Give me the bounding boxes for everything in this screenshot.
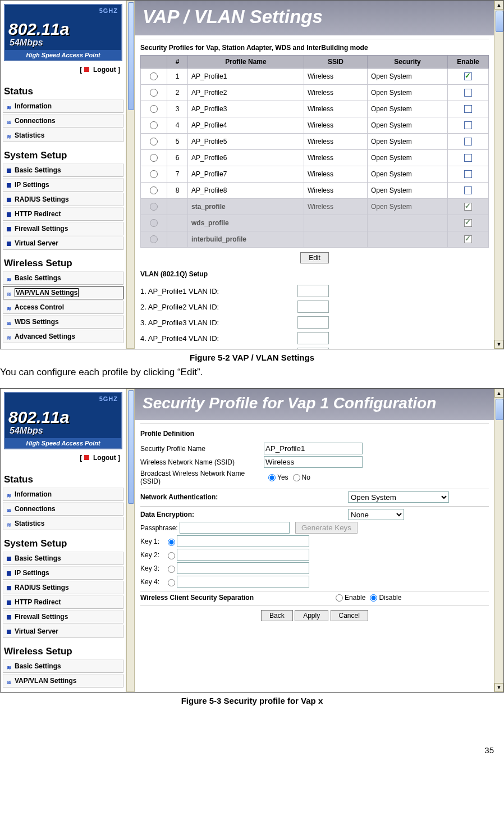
enable-checkbox[interactable]	[464, 72, 472, 80]
key-select-radio[interactable]	[168, 539, 175, 546]
key-label: Key 3:	[140, 564, 165, 572]
sidebar-item-http-redirect[interactable]: HTTP Redirect	[3, 595, 123, 609]
apply-button[interactable]: Apply	[295, 610, 328, 621]
enable-checkbox[interactable]	[464, 138, 472, 145]
sidebar-item-radius-settings[interactable]: RADIUS Settings	[3, 581, 123, 594]
generate-keys-button[interactable]: Generate Keys	[295, 522, 358, 534]
sidebar-item-ip-settings[interactable]: IP Settings	[3, 566, 123, 580]
sidebar-item-advanced[interactable]: ≋Advanced Settings	[3, 330, 123, 343]
sidebar-item-wds-settings[interactable]: ≋WDS Settings	[3, 315, 123, 329]
label-client-separation: Wireless Client Security Separation	[140, 594, 331, 602]
key-label: Key 1:	[140, 538, 165, 545]
square-icon	[7, 227, 11, 231]
row-select-radio[interactable]	[150, 186, 158, 194]
edit-button[interactable]: Edit	[300, 252, 329, 263]
sidebar-item-connections[interactable]: ≋Connections	[3, 114, 123, 128]
scroll-down-icon[interactable]: ▼	[494, 340, 503, 349]
key-input[interactable]	[177, 535, 309, 547]
row-number: 8	[167, 183, 188, 199]
vlan-id-input[interactable]	[297, 332, 329, 344]
sidebar-item-virtual-server[interactable]: Virtual Server	[3, 625, 123, 638]
sidebar-item-firewall[interactable]: Firewall Settings	[3, 610, 123, 623]
enable-checkbox[interactable]	[464, 89, 472, 97]
row-select-radio[interactable]	[150, 170, 158, 178]
sidebar-item-vap-vlan[interactable]: ≋VAP/VLAN Settings	[3, 286, 123, 299]
enable-checkbox[interactable]	[464, 105, 472, 113]
logout-link[interactable]: Logout ]	[93, 66, 120, 74]
passphrase-input[interactable]	[180, 522, 290, 534]
row-select-radio[interactable]	[150, 121, 158, 129]
back-button[interactable]: Back	[261, 610, 293, 621]
network-auth-select[interactable]: Open System	[348, 491, 449, 503]
key-label: Key 4:	[140, 578, 165, 586]
security-profile-name-input[interactable]	[264, 443, 363, 454]
vlan-id-input[interactable]	[297, 316, 329, 329]
scrollbar-outer[interactable]: ▲ ▼	[494, 1, 503, 349]
key-input[interactable]	[177, 549, 309, 561]
ssid-input[interactable]	[264, 456, 363, 468]
enable-checkbox[interactable]	[464, 170, 472, 178]
row-select-radio[interactable]	[150, 89, 158, 97]
logout-link[interactable]: Logout ]	[93, 454, 120, 462]
enable-checkbox[interactable]	[464, 154, 472, 162]
row-select-radio[interactable]	[150, 105, 158, 113]
sidebar-item-ip-settings[interactable]: IP Settings	[3, 178, 123, 192]
key-input[interactable]	[177, 576, 309, 588]
sidebar-item-access-control[interactable]: ≋Access Control	[3, 300, 123, 314]
key-select-radio[interactable]	[168, 579, 175, 586]
separation-enable-radio[interactable]	[336, 594, 343, 602]
enable-checkbox	[464, 219, 472, 227]
sidebar-item-firewall[interactable]: Firewall Settings	[3, 222, 123, 235]
sidebar: 5GHZ 802.11a 54Mbps High Speed Access Po…	[1, 389, 126, 692]
row-select-radio[interactable]	[150, 72, 158, 80]
cancel-button[interactable]: Cancel	[331, 610, 368, 621]
row-select-radio[interactable]	[150, 154, 158, 162]
sidebar-item-information[interactable]: ≋Information	[3, 99, 123, 113]
separation-disable-radio[interactable]	[370, 594, 377, 602]
sidebar-item-vap-vlan[interactable]: ≋VAP/VLAN Settings	[3, 674, 123, 687]
scroll-up-icon[interactable]: ▲	[494, 1, 503, 10]
sidebar-item-wireless-basic[interactable]: ≋Basic Settings	[3, 659, 123, 673]
enable-checkbox[interactable]	[464, 121, 472, 129]
wave-icon: ≋	[7, 335, 12, 339]
sidebar-item-statistics[interactable]: ≋Statistics	[3, 517, 123, 530]
table-row: 5AP_Profile5WirelessOpen System	[141, 134, 489, 150]
vlan-id-input[interactable]	[297, 348, 329, 349]
data-encryption-select[interactable]: None	[348, 509, 404, 520]
row-select-radio	[150, 219, 158, 227]
scrollbar-thumb[interactable]	[496, 11, 503, 32]
row-select-radio[interactable]	[150, 138, 158, 145]
sidebar-item-basic-settings[interactable]: Basic Settings	[3, 163, 123, 177]
sidebar-item-statistics[interactable]: ≋Statistics	[3, 129, 123, 142]
enable-checkbox[interactable]	[464, 186, 472, 194]
sidebar-item-radius-settings[interactable]: RADIUS Settings	[3, 193, 123, 206]
sidebar-item-basic-settings[interactable]: Basic Settings	[3, 552, 123, 565]
vlan-id-input[interactable]	[297, 300, 329, 313]
row-ssid: Wireless	[304, 85, 368, 101]
vlan-id-input[interactable]	[297, 285, 329, 297]
sidebar-item-connections[interactable]: ≋Connections	[3, 502, 123, 516]
key-select-radio[interactable]	[168, 566, 175, 573]
scrollbar-thumb[interactable]	[128, 390, 134, 504]
sidebar-item-wireless-basic[interactable]: ≋Basic Settings	[3, 271, 123, 285]
scrollbar-outer[interactable]: ▲ ▼	[494, 389, 503, 692]
label-broadcast-ssid: Broadcast Wireless Network Name (SSID)	[140, 470, 264, 485]
sidebar-item-virtual-server[interactable]: Virtual Server	[3, 236, 123, 250]
scrollbar-thumb[interactable]	[496, 399, 503, 420]
broadcast-no-radio[interactable]	[293, 474, 300, 481]
table-row: 1AP_Profile1WirelessOpen System	[141, 69, 489, 85]
scroll-up-icon[interactable]: ▲	[494, 389, 503, 398]
page-title: Security Profile for Vap 1 Configuration	[135, 389, 494, 420]
broadcast-yes-radio[interactable]	[268, 474, 276, 481]
row-select-radio	[150, 235, 158, 243]
logout-row: [ Logout ]	[3, 65, 123, 79]
sidebar-item-http-redirect[interactable]: HTTP Redirect	[3, 207, 123, 221]
scroll-down-icon[interactable]: ▼	[494, 683, 503, 692]
key-input[interactable]	[177, 562, 309, 574]
sidebar-item-information[interactable]: ≋Information	[3, 488, 123, 501]
scrollbar-thumb[interactable]	[128, 2, 134, 110]
key-select-radio[interactable]	[168, 552, 175, 559]
wave-icon: ≋	[7, 306, 12, 310]
row-number: 1	[167, 69, 188, 85]
table-row: wds_profile	[141, 215, 489, 231]
